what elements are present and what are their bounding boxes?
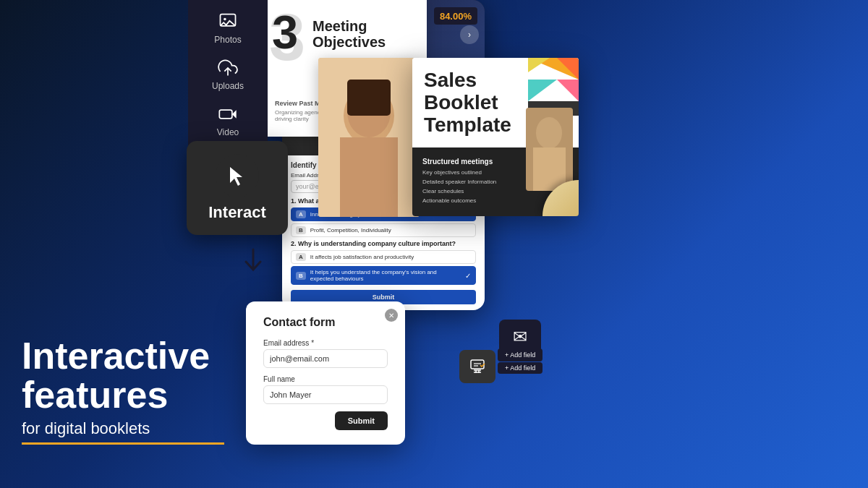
- svg-marker-22: [557, 80, 579, 101]
- name-input[interactable]: [263, 385, 388, 404]
- quiz-icon[interactable]: [459, 350, 495, 383]
- email-label: Email address *: [263, 339, 388, 347]
- cursor-icon: [216, 154, 259, 197]
- svg-rect-15: [340, 137, 398, 217]
- meeting-number: 3: [272, 12, 298, 54]
- contact-form-title: Contact form: [263, 316, 388, 329]
- video-label: Video: [217, 127, 239, 137]
- quiz-q2: 2. Why is understanding company culture …: [291, 240, 476, 247]
- add-field-display[interactable]: + Add field: [498, 362, 542, 374]
- interact-arrow-icon: [239, 246, 268, 280]
- svg-rect-17: [347, 80, 391, 116]
- slide-percent: 84.00%: [440, 11, 472, 22]
- meeting-title: Meeting Objectives: [312, 14, 412, 50]
- svg-marker-21: [528, 80, 557, 101]
- headline-line2: features: [22, 375, 224, 415]
- interact-button[interactable]: Interact: [187, 141, 288, 235]
- sales-booklet-card: SalesBookletTemplate + Structured meetin…: [412, 58, 579, 216]
- photos-icon: [218, 12, 238, 32]
- photos-label: Photos: [214, 35, 241, 45]
- svg-rect-5: [471, 360, 484, 369]
- uploads-icon: [218, 58, 238, 78]
- booklet-triangles: [528, 58, 579, 116]
- svg-point-1: [224, 18, 226, 21]
- sidebar-item-video[interactable]: Video: [217, 104, 239, 137]
- woman-image: [318, 58, 420, 217]
- svg-marker-4: [232, 110, 237, 119]
- booklet-person-photo: [526, 108, 573, 191]
- sidebar-item-photos[interactable]: Photos: [214, 12, 241, 45]
- booklet-bottom: + Structured meetings Key objectives out…: [412, 147, 579, 215]
- quiz-option-1b[interactable]: B Profit, Competition, Individuality: [291, 223, 476, 237]
- add-field-button[interactable]: + Add field: [498, 348, 542, 361]
- svg-rect-3: [219, 110, 232, 119]
- contact-submit-button[interactable]: Submit: [335, 411, 388, 430]
- name-label: Full name: [263, 375, 388, 383]
- gold-underline: [22, 442, 224, 445]
- uploads-label: Uploads: [212, 81, 244, 91]
- contact-form: ✕ Contact form Email address * Full name…: [246, 301, 405, 445]
- headline-line3: for digital booklets: [22, 419, 224, 438]
- quiz-option-2a[interactable]: A It affects job satisfaction and produc…: [291, 250, 476, 264]
- video-icon: [218, 104, 238, 124]
- headline-line1: Interactive: [22, 336, 224, 376]
- woman-photo-card: [318, 58, 420, 217]
- slide-nav-right[interactable]: ›: [460, 25, 479, 44]
- contact-form-close[interactable]: ✕: [385, 309, 398, 322]
- email-input[interactable]: [263, 349, 388, 368]
- quiz-option-2b[interactable]: B It helps you understand the company's …: [291, 266, 476, 285]
- svg-point-25: [536, 117, 562, 149]
- bottom-text-section: Interactive features for digital booklet…: [22, 336, 224, 445]
- sidebar-item-uploads[interactable]: Uploads: [212, 58, 244, 91]
- interact-label: Interact: [208, 203, 265, 222]
